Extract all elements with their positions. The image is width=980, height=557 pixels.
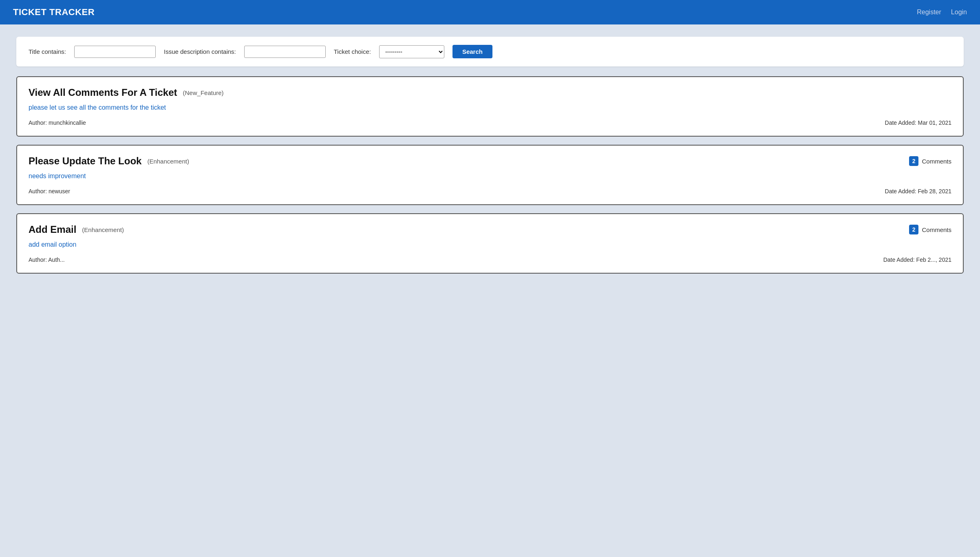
ticket-description[interactable]: add email option: [29, 241, 951, 248]
ticket-author: Author: munchkincallie: [29, 119, 86, 126]
ticket-footer: Author: newuser Date Added: Feb 28, 2021: [29, 188, 951, 195]
ticket-title-area: View All Comments For A Ticket (New_Feat…: [29, 87, 224, 98]
tickets-container: View All Comments For A Ticket (New_Feat…: [16, 76, 964, 274]
ticket-choice-label: Ticket choice:: [334, 48, 371, 55]
login-link[interactable]: Login: [951, 9, 967, 16]
navbar-links: Register Login: [917, 9, 967, 16]
ticket-description[interactable]: needs improvement: [29, 172, 951, 180]
ticket-header: Add Email (Enhancement) 2 Comments: [29, 224, 951, 235]
ticket-type: (Enhancement): [82, 226, 124, 233]
search-button[interactable]: Search: [452, 45, 492, 58]
ticket-title: Add Email: [29, 224, 76, 235]
ticket-header: View All Comments For A Ticket (New_Feat…: [29, 87, 951, 98]
navbar: TICKET TRACKER Register Login: [0, 0, 980, 24]
ticket-title: View All Comments For A Ticket: [29, 87, 177, 98]
ticket-title-area: Add Email (Enhancement): [29, 224, 124, 235]
ticket-type: (New_Feature): [183, 89, 224, 96]
register-link[interactable]: Register: [917, 9, 941, 16]
ticket-author: Author: newuser: [29, 188, 70, 195]
search-bar: Title contains: Issue description contai…: [16, 37, 964, 66]
ticket-choice-select[interactable]: ---------: [379, 45, 444, 58]
title-input[interactable]: [74, 46, 156, 58]
main-content: Title contains: Issue description contai…: [0, 24, 980, 294]
ticket-date: Date Added: Feb 2..., 2021: [883, 256, 951, 263]
ticket-type: (Enhancement): [147, 158, 189, 165]
issue-input[interactable]: [244, 46, 326, 58]
ticket-title-area: Please Update The Look (Enhancement): [29, 155, 189, 167]
ticket-footer: Author: munchkincallie Date Added: Mar 0…: [29, 119, 951, 126]
ticket-header: Please Update The Look (Enhancement) 2 C…: [29, 155, 951, 167]
ticket-date: Date Added: Mar 01, 2021: [885, 119, 951, 126]
comments-badge: 2: [909, 225, 919, 234]
comments-label: Comments: [922, 158, 951, 165]
navbar-brand: TICKET TRACKER: [13, 7, 95, 18]
issue-label: Issue description contains:: [164, 48, 236, 55]
ticket-card: Add Email (Enhancement) 2 Comments add e…: [16, 213, 964, 274]
title-label: Title contains:: [29, 48, 66, 55]
comments-badge-area: 2 Comments: [909, 156, 951, 166]
ticket-card: Please Update The Look (Enhancement) 2 C…: [16, 145, 964, 205]
comments-badge-area: 2 Comments: [909, 225, 951, 234]
ticket-card: View All Comments For A Ticket (New_Feat…: [16, 76, 964, 137]
ticket-footer: Author: Auth... Date Added: Feb 2..., 20…: [29, 256, 951, 263]
ticket-title: Please Update The Look: [29, 155, 141, 167]
ticket-author: Author: Auth...: [29, 256, 65, 263]
ticket-date: Date Added: Feb 28, 2021: [885, 188, 951, 195]
ticket-description[interactable]: please let us see all the comments for t…: [29, 104, 951, 111]
comments-label: Comments: [922, 226, 951, 233]
comments-badge: 2: [909, 156, 919, 166]
